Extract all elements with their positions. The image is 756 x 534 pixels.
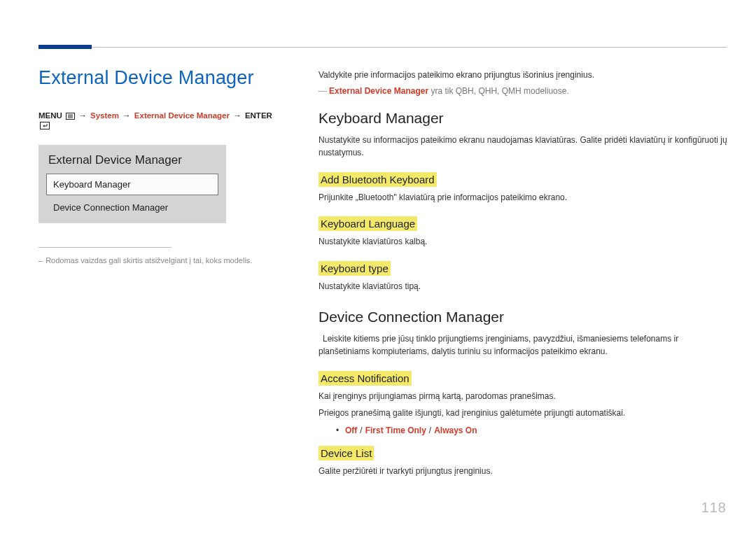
menu-icon <box>66 113 75 121</box>
heading-device-connection-manager: Device Connection Manager <box>318 309 728 325</box>
option-always-on: Always On <box>434 426 477 435</box>
heading-keyboard-manager: Keyboard Manager <box>318 110 728 127</box>
km-desc: Nustatykite su informacijos pateikimo ek… <box>318 134 728 160</box>
path-arrow: → <box>232 111 243 120</box>
page-number: 118 <box>701 500 727 516</box>
menu-path: MENU → System → External Device Manager … <box>38 111 280 131</box>
heading-keyboard-language: Keyboard Language <box>318 216 417 231</box>
path-enter-label: ENTER <box>245 111 272 120</box>
heading-device-list: Device List <box>318 446 374 461</box>
option-off: Off <box>345 426 357 435</box>
add-bt-desc: Prijunkite „Bluetooth" klaviatūrą prie i… <box>318 191 728 204</box>
path-arrow: → <box>77 111 88 120</box>
right-column: Valdykite prie informacijos pateikimo ek… <box>318 69 728 482</box>
footnote-separator <box>38 247 172 248</box>
osd-row-device-connection-manager[interactable]: Device Connection Manager <box>46 195 218 216</box>
intro-text: Valdykite prie informacijos pateikimo ek… <box>318 69 728 82</box>
path-edm: External Device Manager <box>134 111 230 120</box>
header-accent-bar <box>38 45 92 49</box>
model-note: ―External Device Manager yra tik QBH, QH… <box>318 86 728 96</box>
heading-add-bluetooth-keyboard: Add Bluetooth Keyboard <box>318 172 437 187</box>
option-first-time-only: First Time Only <box>365 426 426 435</box>
kb-type-desc: Nustatykite klaviatūros tipą. <box>318 280 728 293</box>
path-menu-label: MENU <box>38 111 62 120</box>
model-note-red: External Device Manager <box>329 86 428 96</box>
page-title: External Device Manager <box>38 67 280 89</box>
model-disclaimer-text: Rodomas vaizdas gali skirtis atsižvelgia… <box>46 256 252 265</box>
heading-access-notification: Access Notification <box>318 371 412 386</box>
dcm-desc: Leiskite kitiems prie jūsų tinklo prijun… <box>318 332 728 358</box>
access-desc-1: Kai įrenginys prijungiamas pirmą kartą, … <box>318 390 728 403</box>
enter-icon <box>40 122 50 131</box>
left-column: External Device Manager MENU → System → … <box>38 67 280 267</box>
access-desc-2: Prieigos pranešimą galite išjungti, kad … <box>318 407 728 420</box>
osd-panel-title: External Device Manager <box>46 153 218 167</box>
model-disclaimer: –Rodomas vaizdas gali skirtis atsižvelgi… <box>38 255 280 267</box>
osd-row-keyboard-manager[interactable]: Keyboard Manager <box>46 174 218 195</box>
path-system: System <box>90 111 119 120</box>
heading-keyboard-type: Keyboard type <box>318 261 391 276</box>
kb-lang-desc: Nustatykite klaviatūros kalbą. <box>318 235 728 248</box>
top-horizontal-rule <box>38 47 727 48</box>
model-note-tail: yra tik QBH, QHH, QMH modeliuose. <box>428 86 569 96</box>
access-options-list: Off/First Time Only/Always On <box>318 424 728 437</box>
osd-panel: External Device Manager Keyboard Manager… <box>38 145 226 223</box>
device-list-desc: Galite peržiūrėti ir tvarkyti prijungtus… <box>318 465 728 478</box>
path-arrow: → <box>121 111 132 120</box>
